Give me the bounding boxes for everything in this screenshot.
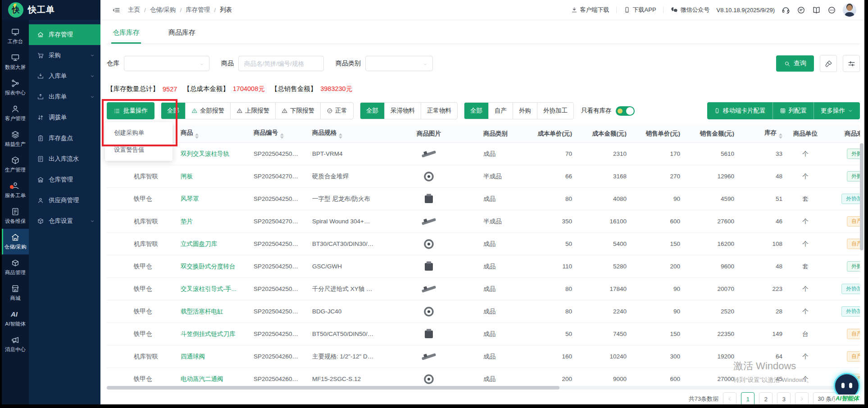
menu-item-库存管理[interactable]: 库存管理 [29,24,100,45]
menu-item-仓库管理[interactable]: 仓库管理 [29,169,100,190]
menu-item-出库单[interactable]: 出库单 [29,86,100,107]
menu-item-供应商管理[interactable]: 供应商管理 [29,190,100,211]
breadcrumb-item[interactable]: 主页 [128,6,140,14]
tab-仓库库存[interactable]: 仓库库存 [111,28,141,44]
product-image[interactable] [421,373,436,385]
vertical-scrollbar-thumb[interactable] [860,143,863,250]
product-image[interactable] [421,193,436,205]
product-image[interactable] [421,328,436,340]
sort-icon[interactable] [195,133,199,139]
breadcrumb-item[interactable]: 库存管理 [186,6,210,14]
product-image[interactable] [421,351,436,363]
source-filter-自产[interactable]: 自产 [488,103,513,119]
product-link[interactable]: 交叉滚柱引导式-手... [181,286,236,292]
category-select[interactable] [365,56,433,71]
alarm-filter-正常[interactable]: 正常 [320,103,353,119]
rail-item-label: 设备维保 [5,218,26,225]
next-page-button[interactable] [795,392,809,404]
alarm-filter-全部报警[interactable]: 全部报警 [185,103,230,119]
material-filter-正常物料[interactable]: 正常物料 [421,103,457,119]
list-icon [114,108,120,114]
rail-item-数据大屏[interactable]: 数据大屏 [2,49,29,75]
feedback-icon[interactable] [797,6,805,14]
source-filter-全部[interactable]: 全部 [464,103,488,119]
dropdown-item-设置警告值[interactable]: 设置警告值 [105,141,173,159]
rail-item-工作台[interactable]: 工作台 [2,23,29,49]
page-button-3[interactable]: 3 [777,392,791,404]
clear-filter-button[interactable] [820,55,837,72]
product-search-input[interactable] [238,56,324,71]
product-image[interactable] [421,148,436,160]
product-link[interactable]: 风琴罩 [181,195,199,202]
product-link[interactable]: 双交换卧式分度转台 [181,263,236,270]
menu-item-出入库流水[interactable]: 出入库流水 [29,149,100,169]
search-button[interactable]: 查询 [776,55,814,72]
rail-item-服务工单[interactable]: 服务工单 [2,177,29,203]
rail-item-报表中心[interactable]: 报表中心 [2,75,29,100]
menu-item-调拨单[interactable]: 调拨单 [29,107,100,128]
product-image[interactable] [421,171,436,182]
product-image[interactable] [421,216,436,227]
product-link[interactable]: 双列交叉滚柱导轨 [181,150,229,157]
page-button-2[interactable]: 2 [759,392,773,404]
rail-item-精益生产[interactable]: 精益生产 [2,126,29,152]
product-image[interactable] [421,238,436,250]
product-link[interactable]: 立式圆盘刀库 [181,240,217,247]
button-更多操作[interactable]: 更多操作 [813,102,860,119]
warehouse-select[interactable] [124,56,209,71]
rail-item-商城[interactable]: 商城 [2,280,29,306]
source-filter-外购[interactable]: 外购 [513,103,537,119]
product-link[interactable]: 电动蒸汽二通阀 [181,376,223,382]
product-image[interactable] [421,283,436,295]
material-filter-呆滞物料[interactable]: 呆滞物料 [384,103,421,119]
rail-item-生产管理[interactable]: 生产管理 [2,152,29,177]
ai-assistant-widget[interactable]: AI智能体 [831,373,859,403]
docs-book-icon[interactable] [812,6,821,14]
button-列配置[interactable]: 列配置 [773,102,814,119]
wechat-link[interactable]: 微信公众号 [670,6,710,14]
rail-item-仓储/采购[interactable]: 仓储/采购 [2,229,29,254]
alarm-filter-下限报警[interactable]: 下限报警 [275,103,320,119]
product-image[interactable] [421,306,436,317]
stock-only-toggle[interactable] [616,106,635,116]
product-image[interactable] [421,261,436,272]
menu-item-采购[interactable]: 采购 [29,45,100,66]
alarm-filter-上限报警[interactable]: 上限报警 [230,103,275,119]
rail-item-设备维保[interactable]: 设备维保 [2,203,29,229]
rail-item-客户管理[interactable]: 客户管理 [2,100,29,126]
support-headset-icon[interactable] [782,6,790,14]
tab-商品库存[interactable]: 商品库存 [167,28,197,44]
alarm-filter-全部[interactable]: 全部 [161,103,185,119]
sort-icon[interactable] [339,133,342,139]
source-filter-外协加工[interactable]: 外协加工 [537,103,573,119]
breadcrumb-item[interactable]: 仓储/采购 [150,6,176,14]
menu-item-仓库设置[interactable]: 仓库设置 [29,211,100,231]
cell-sel [107,165,128,188]
sort-icon[interactable] [280,133,284,139]
product-link[interactable]: 四通球阀 [181,353,205,360]
message-chat-icon[interactable] [827,6,836,14]
material-filter-全部[interactable]: 全部 [360,103,384,119]
menu-item-入库单[interactable]: 入库单 [29,66,100,86]
prev-page-button[interactable] [723,392,736,404]
client-download-link[interactable]: 客户端下载 [571,6,609,14]
rail-item-商品管理[interactable]: 商品管理 [2,254,29,280]
batch-actions-button[interactable]: 批量操作 [107,102,155,119]
rail-item-消息中心[interactable]: 消息中心 [2,331,29,357]
button-移动端卡片配置[interactable]: 移动端卡片配置 [707,102,773,119]
sort-icon[interactable] [779,133,782,139]
dropdown-item-创建采购单[interactable]: 创建采购单 [105,124,173,141]
product-link[interactable]: 斗笠倒挂式链式刀库 [181,331,236,337]
user-avatar[interactable] [843,3,856,17]
menu-item-库存盘点[interactable]: 库存盘点 [29,128,100,149]
rail-item-AI智能体[interactable]: AIAI智能体 [2,306,29,331]
product-link[interactable]: 闸板 [181,173,193,180]
product-link[interactable]: 载型活塞杆电缸 [181,308,223,315]
product-link[interactable]: 垫片 [181,218,193,225]
page-button-1[interactable]: 1 [741,392,754,404]
collapse-sidebar-icon[interactable] [112,6,121,14]
horizontal-scrollbar-thumb[interactable] [107,386,559,390]
breadcrumb-item[interactable]: 列表 [220,6,232,14]
app-download-link[interactable]: 下载APP [623,6,656,14]
filter-settings-button[interactable] [843,55,860,72]
